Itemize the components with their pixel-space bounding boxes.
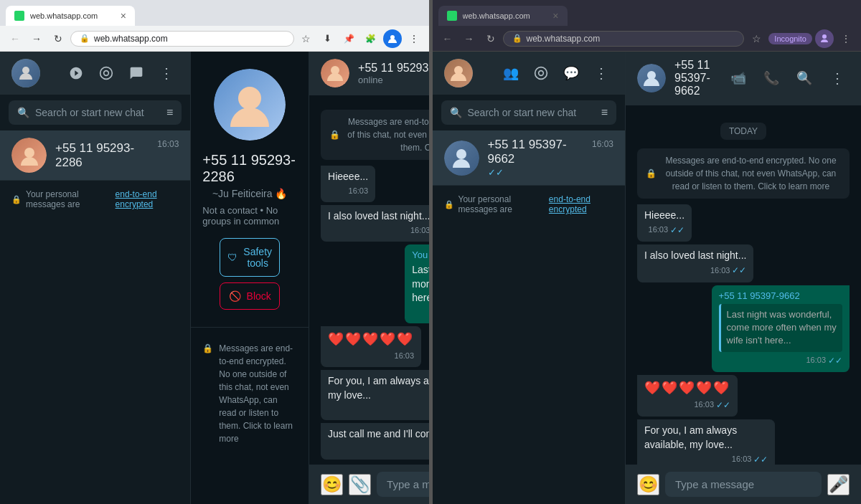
address-bar-2[interactable]: 🔒 web.whatsapp.com [503, 31, 745, 47]
mic-btn-2[interactable]: 🎤 [827, 474, 850, 495]
avatar-circle-1 [11, 59, 40, 87]
chat-item-1[interactable]: +55 11 95293-2286 16:03 [0, 130, 190, 181]
attach-btn-1[interactable]: 📎 [349, 474, 371, 495]
chat-panel-1: +55 11 95293-2286 online 🔍 ⋮ 🔒 Messages … [309, 52, 428, 504]
tab-close-1[interactable]: × [121, 10, 126, 22]
newchat-btn-1[interactable] [124, 61, 149, 85]
chat-header-name-1: +55 11 95293-2286 [358, 62, 428, 75]
msg-row-b1: Hieeee... 16:03✓✓ [637, 204, 850, 242]
encryption-info: 🔒 Messages are end-to-end encrypted. No … [191, 333, 309, 454]
block-label: Block [247, 290, 271, 302]
profile-icon-1[interactable] [383, 29, 402, 48]
chat-preview-2: ✓✓ [488, 166, 583, 178]
tab-close-2[interactable]: × [552, 10, 558, 22]
enc-link-1[interactable]: end-to-end encrypted [116, 189, 179, 209]
block-btn[interactable]: 🚫 Block [220, 282, 280, 310]
enc-link-2[interactable]: end-to-end encrypted [549, 194, 613, 214]
block-icon: 🚫 [229, 290, 241, 302]
chat-messages-2: TODAY 🔒 Messages are end-to-end encrypte… [626, 105, 861, 465]
menu-dots-1[interactable]: ⋮ [154, 61, 179, 85]
call-btn-2[interactable]: 📞 [759, 66, 784, 90]
user-avatar-1[interactable] [11, 59, 40, 87]
profile-icon-2[interactable] [815, 29, 834, 48]
search-input-2[interactable] [468, 107, 596, 118]
pin-btn-1[interactable]: 📌 [340, 29, 359, 48]
reload-btn-1[interactable]: ↻ [49, 29, 67, 48]
msg-bubble-5: For you, I am always available, my love.… [321, 370, 428, 421]
tab-1[interactable]: web.whatsapp.com × [6, 6, 135, 26]
message-input-2[interactable] [665, 472, 822, 497]
download-btn-1[interactable]: ⬇ [319, 29, 337, 48]
msg-row-b2: I also loved last night... 16:03✓✓ [637, 244, 850, 282]
user-avatar-2[interactable] [444, 59, 473, 87]
lock-enc: 🔒 [202, 342, 213, 355]
menu-dots-2[interactable]: ⋮ [589, 61, 613, 85]
status-btn-1[interactable] [94, 61, 118, 85]
svg-point-12 [456, 149, 466, 159]
chat-header-info-2: +55 11 95397-9662 [674, 59, 718, 98]
status-btn-2[interactable] [529, 61, 553, 85]
forward-btn-1[interactable]: → [27, 29, 46, 48]
tab-title-1: web.whatsapp.com [30, 11, 115, 20]
msg-row-5: For you, I am always available, my love.… [321, 370, 428, 421]
chat-header-avatar-2[interactable] [637, 64, 666, 92]
community-btn-2[interactable]: 👥 [499, 61, 523, 85]
search-icon-2: 🔍 [450, 107, 462, 118]
ext-btn-1[interactable]: 🧩 [362, 29, 380, 48]
video-btn-2[interactable]: 📹 [726, 66, 751, 90]
forward-btn-2[interactable]: → [460, 29, 479, 48]
msg-text-2: I also loved last night... [328, 210, 428, 222]
menu-btn-2[interactable]: ⋮ [837, 29, 855, 48]
message-input-1[interactable] [377, 472, 428, 497]
chat-avatar-2 [444, 141, 479, 176]
header-icons-1: ⋮ [64, 61, 179, 85]
newchat-btn-2[interactable]: 💬 [559, 61, 583, 85]
date-divider: TODAY [637, 123, 850, 140]
back-btn-1[interactable]: ← [6, 29, 24, 48]
reload-btn-2[interactable]: ↻ [481, 29, 500, 48]
chat-list-1: ⋮ 🔍 ≡ [0, 52, 191, 504]
community-btn-1[interactable] [64, 61, 88, 85]
contact-profile: +55 11 95293-2286 ~Ju Feiticeira 🔥 Not a… [191, 52, 309, 321]
profile-avatar [214, 69, 286, 141]
address-bar-1[interactable]: 🔒 web.whatsapp.com [70, 31, 294, 47]
emoji-btn-1[interactable]: 😊 [321, 474, 343, 495]
encrypt-notice-2: 🔒 Messages are end-to-end encrypted. No … [637, 148, 850, 199]
filter-icon-1[interactable]: ≡ [166, 106, 173, 119]
profile-actions: 🛡 Safety tools 🚫 Block [202, 238, 297, 310]
back-btn-2[interactable]: ← [438, 29, 457, 48]
lock-msg-1: 🔒 [329, 128, 340, 141]
incognito-badge: Incognito [768, 33, 812, 44]
msg-bubble-1: Hieeee... 16:03 [321, 166, 375, 202]
divider-1 [191, 327, 309, 328]
bookmark-btn-1[interactable]: ☆ [297, 29, 316, 48]
tab-favicon-1 [14, 11, 24, 21]
menu-btn-1[interactable]: ⋮ [405, 29, 423, 48]
chat-header-name-2: +55 11 95397-9662 [674, 59, 718, 98]
tab-2[interactable]: web.whatsapp.com × [438, 6, 568, 26]
msg-text-1: Hieeee... [328, 171, 368, 182]
svg-point-3 [100, 67, 113, 80]
chat-search-btn-2[interactable]: 🔍 [792, 66, 817, 90]
chat-menu-btn-2[interactable]: ⋮ [825, 66, 850, 90]
tab-bar-2: web.whatsapp.com × [433, 0, 862, 26]
search-input-1[interactable] [35, 107, 161, 118]
tab-title-2: web.whatsapp.com [463, 11, 547, 20]
chat-header-avatar-1[interactable] [321, 59, 349, 87]
chat-header-info-1: +55 11 95293-2286 online [358, 62, 428, 85]
msg-hearts: ❤️❤️❤️❤️❤️ [328, 332, 414, 346]
svg-point-11 [539, 71, 544, 76]
wa-container-1: ⋮ 🔍 ≡ [0, 52, 429, 504]
msg-text-3: Last night was wonderful, come more ofte… [412, 264, 428, 303]
search-icon-1: 🔍 [17, 107, 29, 118]
bookmark-btn-2[interactable]: ☆ [747, 29, 766, 48]
safety-tools-btn[interactable]: 🛡 Safety tools [220, 238, 280, 277]
chat-item-2[interactable]: +55 11 95397-9662 ✓✓ 16:03 [433, 130, 626, 186]
msg-row-b5: For you, I am always available, my love.… [637, 419, 850, 465]
emoji-btn-2[interactable]: 😊 [637, 474, 659, 495]
filter-icon-2[interactable]: ≡ [601, 106, 608, 119]
shield-icon: 🛡 [227, 252, 237, 263]
svg-point-4 [104, 71, 109, 76]
profile-subtitle: ~Ju Feiticeira 🔥 [212, 188, 288, 199]
msg-row-1: Hieeee... 16:03 [321, 166, 428, 202]
